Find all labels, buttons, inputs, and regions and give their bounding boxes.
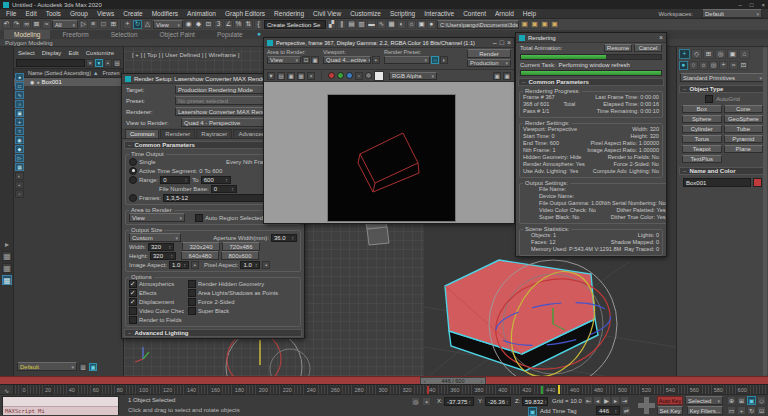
maxscript-input-row[interactable] — [3, 397, 118, 407]
output-size-dropdown[interactable]: Custom — [129, 233, 181, 242]
menu-item[interactable]: Create — [123, 10, 143, 17]
edit-region-icon[interactable]: ⊡ — [302, 56, 310, 64]
menu-item[interactable]: Tools — [46, 10, 61, 17]
display-tab-icon[interactable]: ▣ — [727, 49, 738, 59]
option-checkbox[interactable] — [129, 280, 137, 288]
display-spacewarps-filter-icon[interactable]: ≈ — [15, 127, 24, 135]
ribbon-tab[interactable]: Modeling — [4, 30, 50, 39]
select-by-name-icon[interactable]: ≡ — [89, 20, 98, 29]
shapes-category-icon[interactable]: ○ — [689, 61, 698, 70]
select-and-rotate-icon[interactable]: ↻ — [133, 20, 142, 29]
select-and-manipulate-icon[interactable]: ◆ — [194, 20, 203, 29]
save-image-icon[interactable]: ▼ — [267, 72, 275, 80]
layer-manager-icon[interactable]: ▥ — [357, 20, 366, 29]
frame-maximize-button[interactable]: □ — [500, 39, 504, 46]
height-field[interactable]: 320 — [150, 252, 176, 260]
display-lights-filter-icon[interactable]: ☼ — [15, 100, 24, 108]
keyboard-override-icon[interactable]: ⊡ — [204, 20, 213, 29]
previous-frame-button[interactable]: ◂ — [593, 396, 602, 405]
option-checkbox[interactable] — [188, 280, 196, 288]
range-from-field[interactable]: 0 — [160, 176, 190, 184]
display-all-filter-icon[interactable]: ● — [15, 73, 24, 81]
monochrome-icon[interactable] — [365, 72, 372, 79]
snaps-toggle-icon[interactable]: 3 — [214, 20, 223, 29]
reference-coordinate-dropdown[interactable]: View — [153, 20, 183, 29]
primitive-button[interactable]: Cylinder — [682, 125, 722, 133]
render-setup-tab[interactable]: Common — [125, 129, 159, 138]
create-tab-icon[interactable]: + — [679, 49, 690, 59]
image-aspect-lock-icon[interactable]: ▪ — [191, 261, 199, 269]
menu-item[interactable]: Customize — [350, 10, 381, 17]
spacewarps-category-icon[interactable]: ≈ — [729, 61, 738, 70]
command-panel-scrollbar[interactable] — [763, 47, 767, 376]
menu-item[interactable]: Arnold — [495, 10, 514, 17]
z-coord-field[interactable]: 59.832 — [522, 397, 548, 406]
channel-display-dropdown[interactable]: RGB Alpha — [389, 72, 437, 80]
render-setup-tab[interactable]: Raytracer — [196, 129, 232, 138]
zoom-all-icon[interactable]: ⊞ — [737, 396, 746, 405]
maximize-viewport-icon[interactable]: ⊡ — [757, 406, 766, 415]
redo-icon[interactable]: ↷ — [12, 20, 21, 29]
curve-editor-icon[interactable]: ∿ — [377, 20, 386, 29]
image-aspect-field[interactable]: 1.0 — [169, 261, 189, 269]
viewport-lock-icon[interactable]: ▪ — [372, 56, 380, 64]
orbit-icon[interactable]: ↻ — [747, 406, 756, 415]
primitive-button[interactable]: Teapot — [682, 145, 722, 153]
explorer-column-header[interactable]: Name (Sorted Ascending) ▲ Frozen — [14, 68, 123, 78]
geometry-category-icon[interactable]: ● — [679, 61, 688, 70]
utilities-tab-icon[interactable]: ⌂ — [739, 49, 750, 59]
display-cameras-filter-icon[interactable]: ▣ — [15, 109, 24, 117]
ribbon-tab[interactable]: Populate — [207, 30, 253, 39]
lock-explorer-icon[interactable]: ▪ — [104, 59, 112, 67]
next-frame-button[interactable]: ▸ — [611, 396, 620, 405]
x-coord-field[interactable]: -37.375 — [444, 397, 474, 406]
hierarchy-tab-icon[interactable]: ⊞ — [703, 49, 714, 59]
explorer-preset-dropdown[interactable]: Default — [17, 362, 77, 371]
single-radio[interactable] — [129, 158, 137, 166]
select-and-link-icon[interactable]: ∞ — [22, 20, 31, 29]
pan-navigation-cross[interactable] — [637, 396, 656, 415]
close-button[interactable]: × — [761, 2, 765, 8]
undo-icon[interactable]: ↶ — [2, 20, 11, 29]
resolution-preset-button[interactable]: 800x600 — [221, 251, 259, 260]
alpha-channel-icon[interactable]: ▫ — [355, 72, 363, 80]
import-content-icon[interactable]: ▣ — [520, 20, 529, 29]
primitive-button[interactable]: Pyramid — [724, 135, 764, 143]
ribbon-panel-label[interactable]: Polygon Modeling — [5, 40, 53, 46]
display-helpers-filter-icon[interactable]: + — [15, 118, 24, 126]
y-coord-field[interactable]: -26.36 — [485, 397, 511, 406]
systems-category-icon[interactable]: ⊡ — [739, 61, 748, 70]
menu-item[interactable]: Group — [70, 10, 88, 17]
display-bones-filter-icon[interactable]: ▷ — [15, 154, 24, 162]
selection-set-dropdown[interactable]: Selected — [685, 396, 723, 405]
display-shapes-filter-icon[interactable]: ∿ — [15, 91, 24, 99]
unlink-selection-icon[interactable]: ⊠ — [32, 20, 41, 29]
layer-icon[interactable]: ▣ — [493, 72, 501, 80]
file-number-base-field[interactable]: 0 — [211, 185, 237, 193]
go-to-start-button[interactable]: ⇤ — [584, 396, 593, 405]
option-checkbox[interactable] — [129, 307, 137, 315]
range-to-field[interactable]: 600 — [201, 176, 231, 184]
option-checkbox[interactable] — [188, 289, 196, 297]
name-and-color-rollout[interactable]: Name and Color — [679, 167, 766, 175]
option-checkbox[interactable] — [188, 307, 196, 315]
delete-explorer-icon[interactable]: ▥ — [79, 363, 87, 371]
advanced-lighting-rollout[interactable]: Advanced Lighting — [124, 329, 302, 337]
ribbon-tab[interactable]: Freeform — [52, 30, 98, 39]
auto-region-checkbox[interactable] — [195, 214, 203, 222]
modify-tab-icon[interactable]: ◇ — [691, 49, 702, 59]
helpers-category-icon[interactable]: + — [719, 61, 728, 70]
resolution-preset-button[interactable]: 720x486 — [222, 242, 260, 251]
rendering-close-button[interactable]: × — [659, 34, 663, 41]
display-xrefs-filter-icon[interactable]: ◆ — [15, 145, 24, 153]
menu-item[interactable]: Edit — [25, 10, 36, 17]
menu-item[interactable]: Scripting — [390, 10, 415, 17]
isolate-selection-icon[interactable]: ◎ — [411, 397, 420, 406]
menu-item[interactable]: Rendering — [274, 10, 304, 17]
menu-item[interactable]: File — [6, 10, 16, 17]
pixel-aspect-field[interactable]: 1.0 — [240, 261, 260, 269]
resolution-preset-button[interactable]: 640x480 — [181, 251, 219, 260]
frame-close-button[interactable]: × — [507, 39, 511, 46]
explorer-row-box001[interactable]: ◉ ● Box001 — [14, 78, 123, 86]
explorer-menu-item[interactable]: Display — [42, 50, 62, 56]
